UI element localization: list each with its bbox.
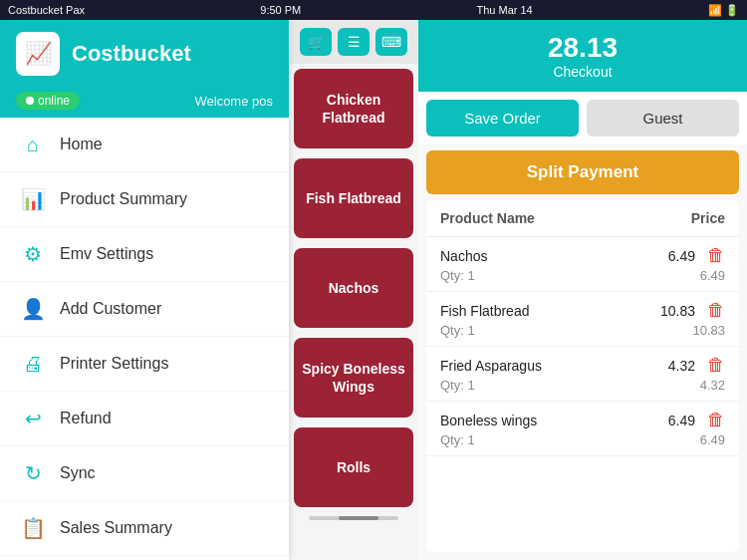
order-item-name-fried-asparagus: Fried Asparagus bbox=[440, 358, 542, 374]
sidebar-item-label-printer-settings: Printer Settings bbox=[60, 355, 168, 373]
guest-button[interactable]: Guest bbox=[587, 100, 739, 137]
nav-menu: ⌂Home📊Product Summary⚙Emv Settings👤Add C… bbox=[0, 118, 289, 560]
order-qty-fish-flatbread: Qty: 1 bbox=[440, 323, 475, 338]
sidebar-item-printer-settings[interactable]: 🖨Printer Settings bbox=[0, 337, 289, 392]
product-card-name-rolls: Rolls bbox=[337, 458, 371, 476]
order-item-name-nachos: Nachos bbox=[440, 248, 487, 264]
product-card-name-fish-flatbread: Fish Flatbread bbox=[306, 189, 401, 207]
product-card-chicken-flatbread[interactable]: Chicken Flatbread bbox=[294, 69, 413, 148]
home-icon: ⌂ bbox=[20, 132, 46, 157]
scroll-thumb bbox=[339, 516, 378, 520]
order-item-price-fish-flatbread: 10.83 bbox=[660, 303, 695, 319]
sync-icon: ↻ bbox=[20, 460, 46, 486]
app-title: Costbucket bbox=[72, 41, 191, 67]
order-item-name-row: Boneless wings 6.49 🗑 bbox=[440, 410, 725, 430]
product-card-fish-flatbread[interactable]: Fish Flatbread bbox=[294, 158, 413, 238]
welcome-bar: online Welcome pos bbox=[0, 88, 289, 118]
delete-button-nachos[interactable]: 🗑 bbox=[699, 245, 725, 266]
checkout-amount: 28.13 bbox=[434, 32, 731, 64]
save-order-button[interactable]: Save Order bbox=[426, 100, 579, 137]
scroll-indicator bbox=[309, 516, 398, 520]
order-item-name-boneless-wings: Boneless wings bbox=[440, 413, 537, 428]
order-item-fried-asparagus: Fried Asparagus 4.32 🗑 Qty: 1 4.32 bbox=[426, 347, 739, 402]
order-qty-price-boneless-wings: 6.49 bbox=[700, 432, 725, 447]
order-item-boneless-wings: Boneless wings 6.49 🗑 Qty: 1 6.49 bbox=[426, 402, 739, 456]
checkout-header: 28.13 Checkout bbox=[418, 20, 747, 92]
order-qty-nachos: Qty: 1 bbox=[440, 268, 475, 283]
sidebar-item-label-sync: Sync bbox=[60, 464, 96, 482]
delete-button-boneless-wings[interactable]: 🗑 bbox=[699, 410, 725, 430]
add-customer-icon: 👤 bbox=[20, 296, 46, 322]
order-item-qty-row-boneless-wings: Qty: 1 6.49 bbox=[440, 432, 725, 447]
sidebar-item-label-home: Home bbox=[60, 136, 103, 153]
order-item-name-row: Nachos 6.49 🗑 bbox=[440, 245, 725, 266]
checkout-label: Checkout bbox=[434, 64, 731, 80]
filter-icon-button[interactable]: ☰ bbox=[338, 28, 370, 56]
order-item-qty-row-fish-flatbread: Qty: 1 10.83 bbox=[440, 323, 725, 338]
sidebar: 📈 Costbucket online Welcome pos ⌂Home📊Pr… bbox=[0, 20, 289, 560]
order-table-header: Product Name Price bbox=[426, 200, 739, 237]
sidebar-item-add-customer[interactable]: 👤Add Customer bbox=[0, 282, 289, 337]
sidebar-item-emv-settings[interactable]: ⚙Emv Settings bbox=[0, 227, 289, 282]
printer-settings-icon: 🖨 bbox=[20, 351, 46, 377]
order-item-price-nachos: 6.49 bbox=[668, 248, 695, 264]
product-card-name-nachos: Nachos bbox=[329, 279, 379, 297]
split-payment-button[interactable]: Split Payment bbox=[426, 150, 739, 194]
product-card-nachos[interactable]: Nachos bbox=[294, 248, 413, 328]
welcome-text: Welcome pos bbox=[194, 94, 273, 109]
order-qty-boneless-wings: Qty: 1 bbox=[440, 432, 475, 447]
order-item-qty-row-nachos: Qty: 1 6.49 bbox=[440, 268, 725, 283]
sidebar-item-label-emv-settings: Emv Settings bbox=[60, 245, 153, 263]
product-card-name-chicken-flatbread: Chicken Flatbread bbox=[302, 91, 405, 127]
sidebar-item-label-refund: Refund bbox=[60, 410, 112, 427]
order-item-qty-row-fried-asparagus: Qty: 1 4.32 bbox=[440, 378, 725, 393]
order-item-price-fried-asparagus: 4.32 bbox=[668, 358, 695, 374]
checkout-panel: 28.13 Checkout Save Order Guest Split Pa… bbox=[418, 20, 747, 560]
sidebar-item-label-add-customer: Add Customer bbox=[60, 300, 161, 318]
main-container: 📈 Costbucket online Welcome pos ⌂Home📊Pr… bbox=[0, 20, 747, 560]
order-qty-price-fried-asparagus: 4.32 bbox=[700, 378, 725, 393]
order-item-name-row: Fish Flatbread 10.83 🗑 bbox=[440, 300, 725, 321]
sidebar-item-label-product-summary: Product Summary bbox=[60, 190, 187, 208]
status-app-name: Costbucket Pax bbox=[8, 4, 85, 16]
sidebar-item-label-sales-summary: Sales Summary bbox=[60, 519, 172, 537]
sidebar-item-sales-summary[interactable]: 📋Sales Summary bbox=[0, 501, 289, 556]
refund-icon: ↩ bbox=[20, 406, 46, 431]
logo-box: 📈 bbox=[16, 32, 60, 76]
sidebar-item-refund[interactable]: ↩Refund bbox=[0, 392, 289, 446]
product-card-rolls[interactable]: Rolls bbox=[294, 427, 413, 507]
delete-button-fish-flatbread[interactable]: 🗑 bbox=[699, 300, 725, 321]
logo-icon: 📈 bbox=[25, 41, 52, 67]
online-status-label: online bbox=[38, 94, 70, 108]
checkout-actions: Save Order Guest bbox=[418, 92, 747, 144]
sidebar-item-product-summary[interactable]: 📊Product Summary bbox=[0, 172, 289, 227]
status-time: 9:50 PM bbox=[260, 4, 301, 16]
product-summary-icon: 📊 bbox=[20, 186, 46, 212]
product-card-name-spicy-boneless: Spicy Boneless Wings bbox=[302, 360, 405, 396]
order-item-price-boneless-wings: 6.49 bbox=[668, 413, 695, 428]
keyboard-icon-button[interactable]: ⌨ bbox=[375, 28, 407, 56]
status-bar: Costbucket Pax 9:50 PM Thu Mar 14 📶 🔋 bbox=[0, 0, 747, 20]
sidebar-item-sync[interactable]: ↻Sync bbox=[0, 446, 289, 501]
header-product-name: Product Name bbox=[440, 210, 535, 226]
sidebar-item-home[interactable]: ⌂Home bbox=[0, 118, 289, 172]
emv-settings-icon: ⚙ bbox=[20, 241, 46, 267]
online-badge: online bbox=[16, 92, 80, 110]
status-date: Thu Mar 14 bbox=[476, 4, 532, 16]
product-panel: 🛒 ☰ ⌨ Chicken FlatbreadFish FlatbreadNac… bbox=[289, 20, 418, 560]
product-top-icons: 🛒 ☰ ⌨ bbox=[289, 20, 418, 64]
delete-button-fried-asparagus[interactable]: 🗑 bbox=[699, 355, 725, 376]
header-price: Price bbox=[691, 210, 725, 226]
sales-summary-icon: 📋 bbox=[20, 515, 46, 541]
order-item-name-fish-flatbread: Fish Flatbread bbox=[440, 303, 529, 319]
cart-icon-button[interactable]: 🛒 bbox=[300, 28, 332, 56]
order-table: Product Name Price Nachos 6.49 🗑 Qty: 1 … bbox=[426, 200, 739, 552]
status-icons: 📶 🔋 bbox=[708, 4, 739, 17]
order-item-fish-flatbread: Fish Flatbread 10.83 🗑 Qty: 1 10.83 bbox=[426, 292, 739, 347]
order-qty-price-fish-flatbread: 10.83 bbox=[692, 323, 725, 338]
product-card-spicy-boneless[interactable]: Spicy Boneless Wings bbox=[294, 338, 413, 418]
order-qty-price-nachos: 6.49 bbox=[700, 268, 725, 283]
order-qty-fried-asparagus: Qty: 1 bbox=[440, 378, 475, 393]
order-item-nachos: Nachos 6.49 🗑 Qty: 1 6.49 bbox=[426, 237, 739, 292]
sidebar-header: 📈 Costbucket bbox=[0, 20, 289, 88]
